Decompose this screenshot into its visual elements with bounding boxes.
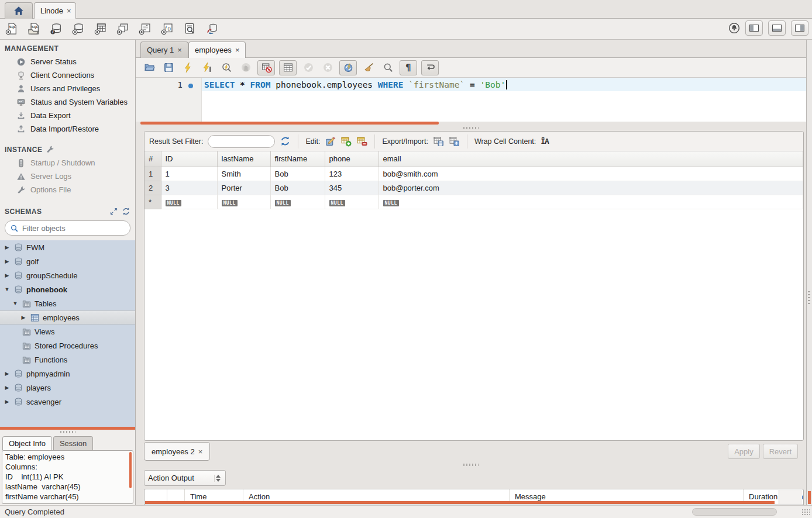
execute-query-button[interactable] [180, 60, 195, 75]
add-row-icon[interactable] [340, 136, 352, 147]
tree-item-players[interactable]: ▶players [0, 381, 135, 395]
sidebar-item-status-variables[interactable]: Status and System Variables [0, 95, 135, 109]
tree-item-employees[interactable]: ▶employees [0, 310, 135, 324]
cell-email[interactable]: bob@porter.com [379, 181, 803, 195]
statusbar-scrollbar-thumb[interactable] [692, 508, 777, 516]
sidebar-item-server-status[interactable]: Server Status [0, 55, 135, 68]
find-button[interactable] [380, 60, 395, 75]
column-header-num[interactable]: # [144, 151, 161, 167]
create-table-button[interactable] [92, 20, 109, 37]
expand-schemas-icon[interactable] [109, 207, 118, 216]
sidebar-splitter[interactable] [0, 430, 135, 434]
column-header-id[interactable]: ID [161, 151, 217, 167]
create-procedure-button[interactable] [137, 20, 153, 37]
close-icon[interactable]: × [67, 6, 71, 15]
cell-lastname[interactable]: Porter [217, 181, 270, 195]
save-script-button[interactable] [161, 60, 176, 75]
result-grid[interactable]: # ID lastName firstName phone email 1 1 [144, 151, 803, 440]
chevron-right-icon[interactable]: ▶ [4, 244, 11, 250]
chevron-right-icon[interactable]: ▶ [4, 258, 11, 264]
open-script-button[interactable] [142, 60, 157, 75]
cell-email[interactable]: bob@smith.com [379, 167, 803, 181]
schema-inspector-button[interactable] [48, 20, 64, 37]
refresh-results-icon[interactable] [280, 136, 291, 147]
schema-filter-input[interactable] [22, 224, 125, 233]
tree-item-views[interactable]: Views [0, 324, 135, 339]
show-invisibles-button[interactable]: ¶ [400, 60, 417, 75]
rollback-button[interactable] [320, 60, 335, 75]
right-splitter-grip[interactable] [808, 291, 810, 304]
output-type-select[interactable]: Action Output [144, 470, 226, 486]
result-filter-input[interactable] [208, 135, 275, 148]
sidebar-item-data-export[interactable]: Data Export [0, 109, 135, 122]
export-recordset-icon[interactable] [433, 136, 444, 147]
tab-session[interactable]: Session [53, 436, 93, 450]
chevron-down-icon[interactable]: ▼ [12, 301, 19, 306]
import-records-icon[interactable] [449, 136, 460, 147]
chevron-right-icon[interactable]: ▶ [4, 371, 11, 377]
tree-item-fwm[interactable]: ▶FWM [0, 240, 135, 254]
editor-text-area[interactable]: SELECT * FROM phonebook.employees WHERE … [202, 78, 806, 122]
tab-query-1[interactable]: Query 1 × [140, 42, 188, 58]
open-sql-script-button[interactable] [26, 20, 42, 37]
cell-null[interactable]: NULL [325, 195, 379, 209]
toggle-bottom-panel-button[interactable] [768, 20, 786, 36]
toggle-autocommit-button[interactable] [339, 60, 357, 75]
tree-item-functions[interactable]: Functions [0, 353, 135, 367]
right-sidebar-collapsed[interactable] [806, 40, 812, 505]
close-icon[interactable]: × [177, 46, 182, 54]
refresh-schemas-icon[interactable] [122, 207, 130, 216]
notification-bell-icon[interactable] [728, 22, 740, 34]
chevron-down-icon[interactable]: ▼ [4, 286, 11, 292]
toggle-right-sidebar-button[interactable] [791, 20, 808, 36]
editor-result-splitter[interactable] [136, 125, 806, 131]
object-info-scrollbar[interactable] [129, 452, 132, 488]
sidebar-item-users-privileges[interactable]: Users and Privileges [0, 82, 135, 95]
toggle-wrap-button[interactable] [421, 60, 439, 75]
cell-firstname[interactable]: Bob [270, 167, 325, 181]
tree-item-phonebook[interactable]: ▼phonebook [0, 282, 135, 296]
right-vertical-scrollbar[interactable] [808, 491, 811, 504]
chevron-right-icon[interactable]: ▶ [20, 315, 27, 320]
execute-current-statement-button[interactable] [199, 60, 215, 75]
sidebar-item-startup-shutdown[interactable]: Startup / Shutdown [0, 156, 135, 170]
toggle-stop-on-error-button[interactable] [257, 60, 275, 75]
cell-firstname[interactable]: Bob [270, 181, 325, 195]
new-query-tab-button[interactable] [4, 20, 20, 37]
close-icon[interactable]: × [235, 46, 240, 54]
cell-lastname[interactable]: Smith [217, 167, 270, 181]
search-table-data-button[interactable] [181, 20, 198, 37]
column-header-email[interactable]: email [379, 151, 803, 167]
sidebar-item-server-logs[interactable]: Server Logs [0, 170, 135, 183]
cell-null[interactable]: NULL [217, 195, 270, 209]
sql-code-editor[interactable]: 1 SELECT * FROM phonebook.employees WHER… [136, 78, 806, 122]
cell-null[interactable]: NULL [379, 195, 803, 209]
apply-button[interactable]: Apply [728, 444, 760, 459]
create-function-button[interactable] [159, 20, 176, 37]
tab-object-info[interactable]: Object Info [2, 436, 52, 450]
chevron-right-icon[interactable]: ▶ [4, 399, 11, 405]
sidebar-item-client-connections[interactable]: Client Connections [0, 68, 135, 82]
tree-horizontal-scrollbar[interactable] [0, 427, 135, 430]
chevron-right-icon[interactable]: ▶ [4, 385, 11, 391]
tree-item-golf[interactable]: ▶golf [0, 254, 135, 268]
tab-employees-2[interactable]: employees 2 × [144, 442, 210, 461]
wrap-cell-icon[interactable]: ĪA [541, 137, 549, 146]
stop-query-button[interactable] [238, 60, 253, 75]
connection-tab-linode[interactable]: Linode × [34, 2, 76, 19]
reconnect-dbms-button[interactable] [204, 20, 220, 37]
revert-button[interactable]: Revert [763, 444, 798, 459]
toggle-left-sidebar-button[interactable] [745, 20, 763, 36]
output-splitter[interactable] [136, 462, 806, 468]
column-header-lastname[interactable]: lastName [217, 151, 270, 167]
cell-phone[interactable]: 345 [325, 181, 379, 195]
new-row-placeholder[interactable]: * NULL NULL NULL NULL NULL [144, 195, 803, 209]
beautify-sql-button[interactable] [361, 60, 376, 75]
home-tab[interactable] [5, 2, 33, 19]
column-header-firstname[interactable]: firstName [270, 151, 325, 167]
delete-row-icon[interactable] [356, 136, 367, 147]
limit-rows-button[interactable] [279, 60, 297, 75]
commit-button[interactable] [301, 60, 316, 75]
create-schema-button[interactable] [70, 20, 87, 37]
sidebar-item-data-import[interactable]: Data Import/Restore [0, 122, 135, 136]
